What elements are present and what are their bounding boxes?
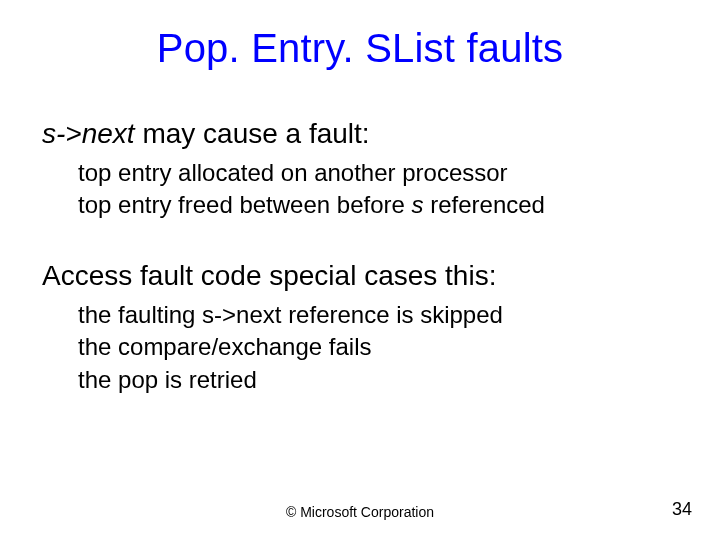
sub-line: the compare/exchange fails bbox=[78, 331, 682, 363]
footer-copyright: © Microsoft Corporation bbox=[0, 504, 720, 520]
sub-line: top entry allocated on another processor bbox=[78, 157, 682, 189]
bullet-group-2: Access fault code special cases this: th… bbox=[42, 258, 682, 396]
sub-line: the pop is retried bbox=[78, 364, 682, 396]
page-number: 34 bbox=[672, 499, 692, 520]
slide-body: s->next may cause a fault: top entry all… bbox=[42, 116, 682, 396]
bullet-group-1: s->next may cause a fault: top entry all… bbox=[42, 116, 682, 222]
lead-line: s->next may cause a fault: bbox=[42, 116, 682, 151]
slide-title: Pop. Entry. SList faults bbox=[0, 26, 720, 71]
lead-line: Access fault code special cases this: bbox=[42, 258, 682, 293]
slide: Pop. Entry. SList faults s->next may cau… bbox=[0, 0, 720, 540]
sub-line: the faulting s->next reference is skippe… bbox=[78, 299, 682, 331]
sub-line: top entry freed between before s referen… bbox=[78, 189, 682, 221]
